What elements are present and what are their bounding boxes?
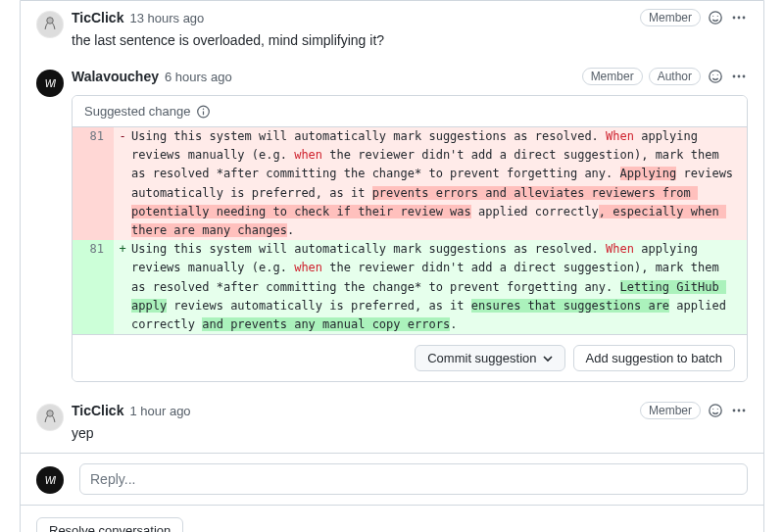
commit-suggestion-button[interactable]: Commit suggestion <box>415 345 564 371</box>
svg-point-17 <box>47 411 54 417</box>
svg-point-4 <box>717 16 718 17</box>
suggested-change-box: Suggested change 81 - Using this system … <box>72 95 748 382</box>
svg-point-0 <box>37 12 63 37</box>
comment: Wl Walavouchey 6 hours ago Member Author… <box>21 60 763 394</box>
kebab-icon[interactable] <box>730 9 748 26</box>
role-badge: Author <box>649 68 701 85</box>
avatar[interactable]: Wl <box>36 466 64 494</box>
svg-point-15 <box>203 108 205 110</box>
diff-text: Using this system will automatically mar… <box>131 240 747 334</box>
svg-point-13 <box>743 75 746 78</box>
svg-point-1 <box>47 18 54 24</box>
comment-header: Walavouchey 6 hours ago Member Author <box>72 68 748 85</box>
resolve-row: Resolve conversation <box>21 505 763 532</box>
svg-point-22 <box>738 410 741 412</box>
svg-point-16 <box>37 405 63 430</box>
svg-point-5 <box>733 17 736 20</box>
svg-point-10 <box>717 74 718 75</box>
suggestion-actions: Commit suggestion Add suggestion to batc… <box>73 334 747 381</box>
comment: TicClick 13 hours ago Member the last se… <box>21 1 763 60</box>
info-icon[interactable] <box>196 104 211 119</box>
line-number: 81 <box>73 240 114 334</box>
svg-point-23 <box>743 410 746 412</box>
avatar[interactable] <box>36 404 64 431</box>
kebab-icon[interactable] <box>730 402 748 419</box>
svg-point-21 <box>733 410 736 412</box>
timestamp[interactable]: 13 hours ago <box>129 11 204 25</box>
avatar-image-icon <box>37 12 63 37</box>
suggested-change-label: Suggested change <box>84 104 190 119</box>
diff-line-deleted: 81 - Using this system will automaticall… <box>73 127 747 240</box>
smiley-icon[interactable] <box>707 402 724 419</box>
role-badge: Member <box>582 68 643 85</box>
author-link[interactable]: Walavouchey <box>72 69 159 84</box>
diff: 81 - Using this system will automaticall… <box>73 127 747 334</box>
svg-point-20 <box>717 409 718 410</box>
chevron-down-icon <box>543 354 553 363</box>
avatar[interactable]: Wl <box>36 70 64 97</box>
svg-point-9 <box>712 74 713 75</box>
role-badge: Member <box>640 402 701 419</box>
review-thread: TicClick 13 hours ago Member the last se… <box>20 0 764 532</box>
add-suggestion-to-batch-button[interactable]: Add suggestion to batch <box>573 345 736 371</box>
comment-body: the last sentence is overloaded, mind si… <box>72 32 748 48</box>
comment-body: yep <box>72 425 748 441</box>
comment: TicClick 1 hour ago Member yep <box>21 394 763 453</box>
diff-line-added: 81 + Using this system will automaticall… <box>73 240 747 334</box>
resolve-conversation-button[interactable]: Resolve conversation <box>36 517 183 532</box>
svg-point-19 <box>712 409 713 410</box>
svg-point-7 <box>743 17 746 20</box>
role-badge: Member <box>640 9 701 26</box>
svg-point-2 <box>710 12 721 24</box>
avatar-image-icon <box>37 405 63 430</box>
comment-header: TicClick 1 hour ago Member <box>72 402 748 419</box>
svg-point-12 <box>738 75 741 78</box>
reply-input[interactable] <box>79 463 748 495</box>
diff-text: Using this system will automatically mar… <box>131 127 747 240</box>
svg-point-8 <box>710 71 721 82</box>
reply-row: Wl <box>21 453 763 505</box>
smiley-icon[interactable] <box>707 9 724 26</box>
svg-point-3 <box>712 16 713 17</box>
timestamp[interactable]: 1 hour ago <box>129 404 190 418</box>
line-number: 81 <box>73 127 114 240</box>
kebab-icon[interactable] <box>730 68 748 85</box>
comment-header: TicClick 13 hours ago Member <box>72 9 748 26</box>
svg-point-18 <box>710 405 721 416</box>
author-link[interactable]: TicClick <box>72 403 123 418</box>
avatar[interactable] <box>36 11 64 38</box>
smiley-icon[interactable] <box>707 68 724 85</box>
timestamp[interactable]: 6 hours ago <box>165 70 232 84</box>
suggested-change-header: Suggested change <box>73 96 747 127</box>
author-link[interactable]: TicClick <box>72 10 123 25</box>
svg-point-11 <box>733 75 736 78</box>
svg-point-6 <box>738 17 741 20</box>
